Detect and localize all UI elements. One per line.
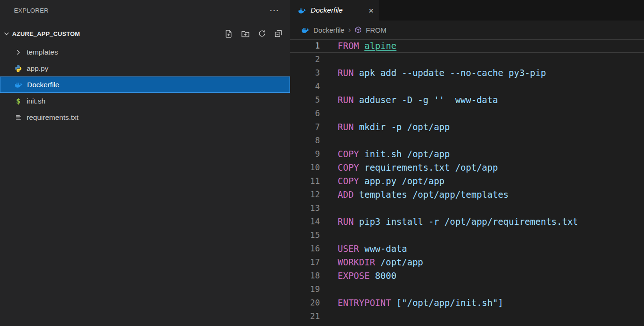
explorer-header: EXPLORER ⋯ (0, 0, 290, 21)
line-content (320, 283, 338, 296)
line-number: 4 (290, 80, 320, 93)
line-content (320, 229, 338, 242)
explorer-sidebar: EXPLORER ⋯ AZURE_APP_CUSTOM templatesapp… (0, 0, 290, 326)
line-number: 8 (290, 134, 320, 147)
new-file-icon[interactable] (224, 29, 233, 38)
code-line-8[interactable]: 8 (290, 134, 644, 147)
line-content (320, 134, 338, 147)
code-line-1[interactable]: 1FROM alpine (290, 39, 644, 53)
line-number: 16 (290, 242, 320, 256)
more-actions-icon[interactable]: ⋯ (269, 6, 279, 15)
file-tree: templatesapp.pyDockerfile$init.shrequire… (0, 44, 290, 125)
docker-icon (14, 82, 24, 88)
code-line-19[interactable]: 19 (290, 283, 644, 296)
section-actions (224, 29, 290, 38)
tree-item-templates[interactable]: templates (0, 44, 290, 60)
tree-item-init.sh[interactable]: $init.sh (0, 93, 290, 109)
docker-icon (298, 7, 306, 14)
line-content: USER www-data (320, 242, 407, 256)
line-number: 13 (290, 201, 320, 215)
code-line-6[interactable]: 6 (290, 107, 644, 120)
file-label: requirements.txt (27, 113, 78, 122)
line-content (320, 310, 338, 323)
breadcrumb: Dockerfile › FROM (290, 21, 644, 39)
file-label: Dockerfile (27, 81, 59, 89)
tree-item-app.py[interactable]: app.py (0, 60, 290, 76)
code-area[interactable]: 1FROM alpine23RUN apk add --update --no-… (290, 39, 644, 326)
tab-label: Dockerfile (311, 6, 364, 14)
line-number: 2 (290, 53, 320, 66)
file-label: init.sh (27, 97, 46, 105)
line-content (320, 201, 338, 215)
breadcrumb-symbol[interactable]: FROM (366, 26, 386, 34)
vscode-window: EXPLORER ⋯ AZURE_APP_CUSTOM templatesapp… (0, 0, 644, 326)
line-number: 6 (290, 107, 320, 120)
code-line-13[interactable]: 13 (290, 201, 644, 215)
line-content: COPY init.sh /opt/app (320, 147, 450, 161)
line-content: RUN apk add --update --no-cache py3-pip (320, 66, 546, 80)
tab-dockerfile[interactable]: Dockerfile × (290, 0, 379, 21)
line-content: COPY requirements.txt /opt/app (320, 161, 498, 174)
code-line-17[interactable]: 17WORKDIR /opt/app (290, 256, 644, 269)
code-line-21[interactable]: 21 (290, 310, 644, 323)
code-line-15[interactable]: 15 (290, 229, 644, 242)
line-content: COPY app.py /opt/app (320, 174, 445, 188)
tab-bar: Dockerfile × (290, 0, 644, 21)
workspace-name: AZURE_APP_CUSTOM (12, 30, 80, 37)
line-content: RUN adduser -D -g '' www-data (320, 93, 498, 107)
code-line-4[interactable]: 4 (290, 80, 644, 93)
line-content: ENTRYPOINT ["/opt/app/init.sh"] (320, 296, 503, 310)
code-line-14[interactable]: 14RUN pip3 install -r /opt/app/requireme… (290, 215, 644, 229)
line-content: ADD templates /opt/app/templates (320, 188, 509, 201)
line-content: FROM alpine (320, 40, 396, 52)
code-line-7[interactable]: 7RUN mkdir -p /opt/app (290, 120, 644, 134)
line-number: 9 (290, 147, 320, 161)
collapse-all-icon[interactable] (274, 29, 283, 38)
refresh-icon[interactable] (258, 29, 266, 38)
new-folder-icon[interactable] (241, 29, 250, 38)
line-number: 15 (290, 229, 320, 242)
code-line-16[interactable]: 16USER www-data (290, 242, 644, 256)
line-number: 21 (290, 310, 320, 323)
file-label: app.py (27, 64, 49, 73)
shell-icon: $ (13, 97, 23, 105)
line-content: WORKDIR /opt/app (320, 256, 423, 269)
code-line-12[interactable]: 12ADD templates /opt/app/templates (290, 188, 644, 201)
code-line-18[interactable]: 18EXPOSE 8000 (290, 269, 644, 283)
code-line-10[interactable]: 10COPY requirements.txt /opt/app (290, 161, 644, 174)
tree-item-Dockerfile[interactable]: Dockerfile (0, 76, 290, 93)
code-line-5[interactable]: 5RUN adduser -D -g '' www-data (290, 93, 644, 107)
chevron-right-icon: › (348, 25, 351, 35)
symbol-cube-icon (354, 26, 362, 34)
line-number: 20 (290, 296, 320, 310)
code-line-2[interactable]: 2 (290, 53, 644, 66)
tree-item-requirements.txt[interactable]: requirements.txt (0, 109, 290, 125)
code-line-20[interactable]: 20ENTRYPOINT ["/opt/app/init.sh"] (290, 296, 644, 310)
line-number: 10 (290, 161, 320, 174)
textfile-icon (13, 114, 23, 121)
editor-area: Dockerfile × Dockerfile › FROM 1FROM alp… (290, 0, 644, 326)
file-label: templates (27, 48, 58, 56)
line-number: 14 (290, 215, 320, 229)
code-line-9[interactable]: 9COPY init.sh /opt/app (290, 147, 644, 161)
chevron-down-icon (3, 30, 10, 37)
line-number: 1 (290, 40, 320, 52)
close-icon[interactable]: × (368, 6, 374, 15)
code-line-11[interactable]: 11COPY app.py /opt/app (290, 174, 644, 188)
line-content: RUN pip3 install -r /opt/app/requirement… (320, 215, 578, 229)
line-content: EXPOSE 8000 (320, 269, 396, 283)
code-line-3[interactable]: 3RUN apk add --update --no-cache py3-pip (290, 66, 644, 80)
chevron-right-icon (13, 49, 23, 56)
line-number: 12 (290, 188, 320, 201)
workspace-section-header[interactable]: AZURE_APP_CUSTOM (0, 25, 290, 42)
line-content (320, 53, 338, 66)
line-number: 7 (290, 120, 320, 134)
line-number: 3 (290, 66, 320, 80)
line-number: 19 (290, 283, 320, 296)
line-content (320, 80, 338, 93)
line-content (320, 107, 338, 120)
python-icon (13, 65, 23, 72)
line-number: 11 (290, 174, 320, 188)
breadcrumb-file[interactable]: Dockerfile (313, 26, 345, 34)
line-content: RUN mkdir -p /opt/app (320, 120, 450, 134)
